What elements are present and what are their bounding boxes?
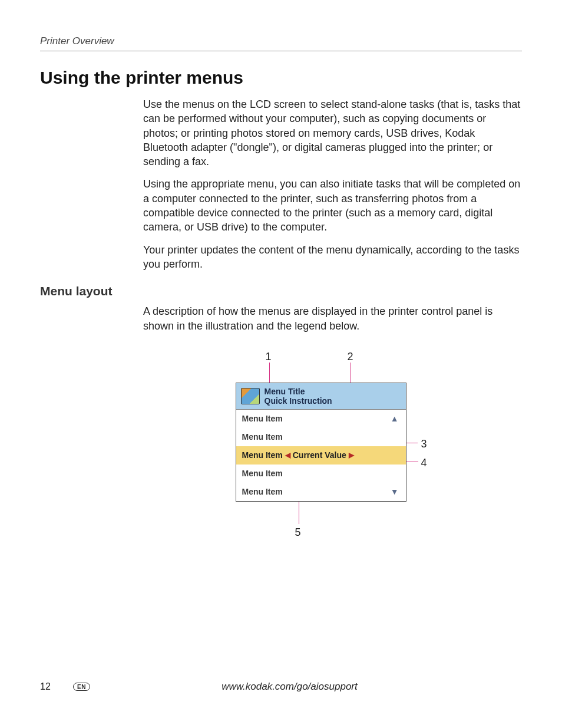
lcd-body: Menu Item Menu Item Menu Item ◀ Current …: [236, 410, 406, 500]
page: Printer Overview Using the printer menus…: [0, 0, 562, 728]
paragraph: Using the appropriate menu, you can also…: [143, 177, 522, 234]
footer-url: www.kodak.com/go/aiosupport: [90, 681, 489, 693]
arrow-right-icon: ▶: [346, 450, 356, 460]
language-badge: EN: [73, 683, 90, 691]
callout-3: 3: [421, 437, 427, 451]
page-footer: 12 EN www.kodak.com/go/aiosupport: [40, 681, 522, 693]
subsection-body: A description of how the menus are displ…: [143, 304, 522, 548]
page-number: 12: [40, 681, 70, 692]
running-header: Printer Overview: [40, 35, 522, 51]
lcd-header: Menu Title Quick Instruction: [236, 383, 406, 410]
lcd-menu-item: Menu Item: [236, 465, 406, 483]
lcd-menu-item: Menu Item: [236, 410, 406, 428]
arrow-left-icon: ◀: [283, 450, 293, 460]
paragraph: Use the menus on the LCD screen to selec…: [143, 97, 522, 169]
lcd-menu-item-selected: Menu Item ◀ Current Value ▶: [236, 446, 406, 465]
callout-2: 2: [348, 350, 353, 364]
section-title: Using the printer menus: [40, 68, 522, 88]
lcd-title: Menu Title: [265, 387, 332, 396]
callout-1: 1: [266, 350, 272, 364]
lcd-screen: Menu Title Quick Instruction Menu Item M…: [236, 383, 406, 502]
lcd-current-value: Current Value: [293, 450, 346, 461]
callout-4: 4: [421, 456, 427, 470]
lcd-header-text: Menu Title Quick Instruction: [265, 387, 332, 406]
paragraph: A description of how the menus are displ…: [143, 304, 522, 333]
paragraph: Your printer updates the content of the …: [143, 243, 522, 272]
intro-body: Use the menus on the LCD screen to selec…: [143, 97, 522, 271]
scroll-down-icon: [391, 486, 399, 498]
lcd-menu-item-label: Menu Item: [242, 450, 283, 461]
lcd-menu-item: Menu Item: [236, 483, 406, 501]
menu-layout-diagram: 1 2 3 4 5 Menu Title Quick Instruction: [150, 347, 515, 548]
lcd-menu-item: Menu Item: [236, 428, 406, 446]
scroll-up-icon: [391, 413, 399, 424]
lcd-subtitle: Quick Instruction: [265, 396, 332, 406]
callout-5: 5: [295, 525, 301, 539]
subsection-title: Menu layout: [40, 284, 522, 298]
photo-thumbnail-icon: [241, 388, 260, 404]
